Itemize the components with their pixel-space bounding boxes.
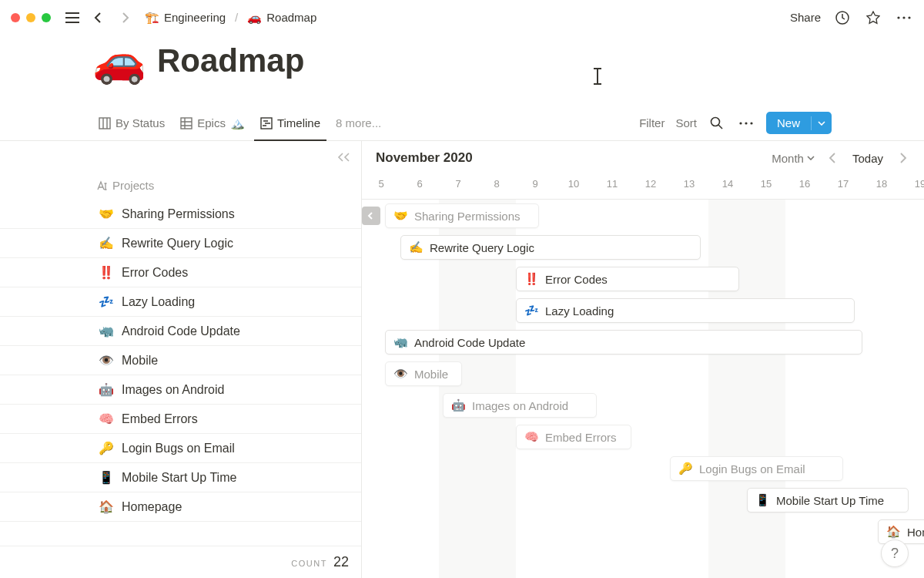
bar-label: Rewrite Query Logic [430, 241, 534, 254]
car-icon: 🚗 [247, 11, 262, 25]
gantt-row: 💤Lazy Loading [362, 294, 924, 326]
gantt-bar[interactable]: 🧠Embed Errors [516, 425, 631, 449]
favorite-star-icon[interactable] [864, 8, 882, 27]
new-button[interactable]: New [766, 112, 832, 134]
svg-point-2 [902, 16, 905, 18]
gantt-bar[interactable]: 👁️Mobile [385, 361, 462, 386]
day-column-header: 5 [362, 175, 400, 199]
collapse-sidebar-icon[interactable] [336, 152, 350, 163]
project-row[interactable]: 🤝Sharing Permissions [0, 200, 361, 229]
day-column-header: 17 [824, 175, 862, 199]
today-button[interactable]: Today [849, 150, 886, 166]
view-tab-by-status[interactable]: By Status [92, 112, 171, 134]
gantt-row: ✍️Rewrite Query Logic [362, 231, 924, 263]
bar-offscreen-left-icon[interactable] [362, 207, 380, 225]
project-row[interactable]: 🤖Images on Android [0, 375, 361, 405]
range-label: Month [772, 152, 804, 165]
project-row[interactable]: 👁️Mobile [0, 346, 361, 375]
maximize-window[interactable] [42, 13, 51, 22]
day-column-header: 10 [554, 175, 593, 199]
minimize-window[interactable] [26, 13, 35, 22]
gantt-row: 🧠Embed Errors [362, 421, 924, 452]
help-button[interactable]: ? [881, 539, 909, 567]
view-options-icon[interactable] [737, 114, 755, 133]
day-column-header: 8 [477, 175, 516, 199]
hamburger-icon[interactable] [63, 8, 82, 27]
gantt-bar[interactable]: 🤖Images on Android [443, 393, 597, 418]
bar-emoji-icon: 🤝 [393, 209, 408, 223]
gantt-bar[interactable]: 🤝Sharing Permissions [385, 203, 539, 228]
filter-button[interactable]: Filter [639, 116, 665, 129]
text-property-icon [95, 180, 108, 191]
bar-label: Mobile [414, 368, 448, 381]
page-icon[interactable]: 🚗 [92, 39, 146, 82]
project-row[interactable]: ✍️Rewrite Query Logic [0, 229, 361, 258]
bar-label: Mobile Start Up Time [776, 494, 884, 507]
day-column-header: 7 [439, 175, 477, 199]
project-row[interactable]: 📱Mobile Start Up Time [0, 463, 361, 492]
project-row[interactable]: 🏠Homepage [0, 492, 361, 522]
gantt-row: 👁️Mobile [362, 358, 924, 389]
project-name: Mobile Start Up Time [122, 471, 236, 485]
new-button-dropdown[interactable] [811, 116, 832, 130]
breadcrumb-roadmap[interactable]: 🚗 Roadmap [244, 9, 320, 26]
project-row[interactable]: 💤Lazy Loading [0, 287, 361, 317]
timeline-range-selector[interactable]: Month [772, 152, 815, 165]
more-views-button[interactable]: 8 more... [330, 112, 387, 134]
sort-button[interactable]: Sort [675, 116, 697, 129]
count-value: 22 [333, 554, 349, 570]
timeline-month-label: November 2020 [376, 150, 473, 166]
svg-point-3 [908, 16, 910, 18]
timeline-next-icon[interactable] [897, 150, 910, 166]
crane-icon: 🏗️ [145, 11, 159, 25]
day-column-header: 15 [747, 175, 785, 199]
project-row[interactable]: 🦏Android Code Update [0, 317, 361, 346]
project-name: Homepage [122, 500, 182, 514]
day-column-header: 6 [400, 175, 439, 199]
projects-header-label: Projects [112, 179, 154, 192]
view-tab-epics[interactable]: Epics 🏔️ [174, 112, 251, 135]
breadcrumb: 🏗️ Engineering / 🚗 Roadmap [142, 9, 320, 26]
updates-icon[interactable] [833, 8, 852, 27]
bar-label: Homepage [907, 526, 924, 539]
view-tab-timeline[interactable]: Timeline [254, 112, 326, 134]
close-window[interactable] [11, 13, 20, 22]
project-name: Error Codes [122, 266, 188, 280]
timeline-icon [260, 117, 273, 129]
project-row[interactable]: 🧠Embed Errors [0, 405, 361, 434]
project-emoji-icon: 🔑 [99, 441, 114, 455]
nav-back-icon[interactable] [89, 8, 108, 27]
breadcrumb-engineering[interactable]: 🏗️ Engineering [142, 9, 229, 26]
gantt-bar[interactable]: 🦏Android Code Update [385, 330, 862, 355]
day-column-header: 9 [516, 175, 554, 199]
bar-emoji-icon: 🦏 [393, 335, 408, 349]
count-label: COUNT [291, 559, 327, 568]
gantt-bar[interactable]: ✍️Rewrite Query Logic [400, 235, 701, 260]
gantt-row: 📱Mobile Start Up Time [362, 484, 924, 516]
gantt-bar[interactable]: 📱Mobile Start Up Time [747, 488, 909, 512]
timeline-prev-icon[interactable] [825, 150, 839, 166]
project-name: Images on Android [122, 383, 224, 397]
bar-emoji-icon: 🔑 [678, 462, 693, 476]
breadcrumb-label: Roadmap [266, 11, 316, 24]
more-menu-icon[interactable] [895, 8, 913, 27]
gantt-bar[interactable]: 💤Lazy Loading [516, 298, 855, 323]
bar-emoji-icon: 📱 [755, 493, 770, 507]
project-emoji-icon: 🧠 [99, 412, 114, 426]
share-button[interactable]: Share [790, 11, 821, 24]
project-row[interactable]: 🔑Login Bugs on Email [0, 434, 361, 463]
page-title[interactable]: Roadmap [157, 42, 304, 79]
project-emoji-icon: 🏠 [99, 499, 114, 514]
projects-column-header[interactable]: Projects [95, 179, 154, 192]
gantt-bar[interactable]: 🔑Login Bugs on Email [670, 456, 843, 481]
project-emoji-icon: 🤖 [99, 382, 114, 397]
gantt-row: ‼️Error Codes [362, 263, 924, 294]
project-emoji-icon: ✍️ [99, 236, 114, 250]
bar-emoji-icon: 🧠 [524, 430, 539, 444]
project-name: Android Code Update [122, 324, 240, 338]
project-row[interactable]: ‼️Error Codes [0, 258, 361, 287]
gantt-bar[interactable]: ‼️Error Codes [516, 267, 739, 291]
window-controls [11, 13, 51, 22]
search-icon[interactable] [708, 114, 726, 133]
nav-forward-icon[interactable] [116, 8, 134, 27]
